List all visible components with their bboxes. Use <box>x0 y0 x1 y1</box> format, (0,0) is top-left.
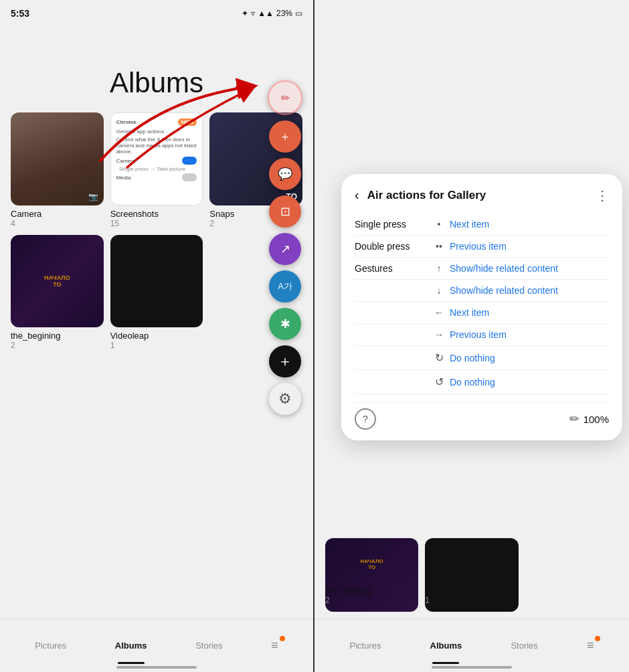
plus-icon: ＋ <box>278 351 292 371</box>
right-scroll-indicator <box>432 666 512 669</box>
air-actions-header: ‹ Air actions for Gallery ⋮ <box>355 187 609 203</box>
double-press-icon: •• <box>428 241 450 252</box>
air-actions-footer: ? ✏ 100% <box>355 402 609 430</box>
videoleap-count: 1 <box>110 341 203 350</box>
album-screenshots[interactable]: Chrome NEW General app actions Control w… <box>110 112 203 228</box>
swipe-icon: ↗ <box>280 242 290 256</box>
pictures-label: Pictures <box>35 641 66 651</box>
right-empty-label <box>525 586 618 605</box>
add-icon: ＋ <box>279 129 291 145</box>
single-press-label: Single press <box>355 219 428 230</box>
pencil-icon: ✏ <box>281 92 290 104</box>
bixby-icon: ✱ <box>280 317 290 331</box>
gear-icon: ⚙ <box>278 390 292 408</box>
begining-thumb: НАЧАЛОТО <box>11 235 104 328</box>
screenshots-name: Screenshots <box>110 209 203 219</box>
single-press-row: Single press • Next item <box>355 214 609 236</box>
single-press-value[interactable]: Next item <box>450 219 609 230</box>
nav-stories-left[interactable]: Stories <box>195 641 222 651</box>
double-press-label: Double press <box>355 241 428 252</box>
nav-albums-left[interactable]: Albums <box>115 641 147 651</box>
nav-pictures-left[interactable]: Pictures <box>35 641 66 651</box>
nav-albums-right[interactable]: Albums <box>430 641 462 651</box>
right-panel: 5:54 ✦ ▿ ▲▲ 23% ▭ Albums TO Cam... ‹ Air… <box>314 0 629 672</box>
gesture-left-row: ← Next item <box>355 302 609 324</box>
new-badge: NEW <box>178 118 197 126</box>
nav-menu-left[interactable]: ≡ <box>271 639 278 653</box>
right-stories-label: Stories <box>511 641 537 651</box>
left-status-bar: 5:53 ✦ ▿ ▲▲ 23% ▭ <box>0 0 313 27</box>
spen-bixby-btn[interactable]: ✱ <box>269 308 301 340</box>
select-icon: ⊡ <box>280 204 290 219</box>
single-press-icon: • <box>428 219 450 230</box>
begining-count: 2 <box>11 341 104 350</box>
menu-dot <box>280 636 285 641</box>
right-videoleap-count: 1 <box>425 596 518 605</box>
gesture-right-value[interactable]: Previous item <box>450 329 609 340</box>
spen-select-btn[interactable]: ⊡ <box>269 195 301 228</box>
right-videoleap-info: Videoleap 1 <box>425 586 518 605</box>
signal-icon: ✦ <box>242 9 248 18</box>
network-icon: ▲▲ <box>258 9 274 18</box>
nav-menu-right[interactable]: ≡ <box>587 639 594 653</box>
camera-thumb: 📷 <box>11 112 104 205</box>
nav-pictures-right[interactable]: Pictures <box>350 641 381 651</box>
chat-icon: 💬 <box>278 167 292 181</box>
spen-swipe-btn[interactable]: ↗ <box>269 233 301 265</box>
album-begining[interactable]: НАЧАЛОТО the_begining 2 <box>11 235 104 351</box>
spen-pencil-btn[interactable]: ✏ <box>268 80 302 115</box>
camera-count: 4 <box>11 219 104 228</box>
help-button[interactable]: ? <box>355 408 376 430</box>
air-actions-more-btn[interactable]: ⋮ <box>596 187 609 203</box>
sensitivity-control[interactable]: ✏ 100% <box>569 412 609 426</box>
right-videoleap-name: Videoleap <box>425 586 518 596</box>
gesture-rotate-ccw-icon: ↺ <box>428 375 450 388</box>
spen-add-btn[interactable]: ＋ <box>269 120 301 153</box>
album-videoleap[interactable]: Videoleap 1 <box>110 235 203 351</box>
gesture-up-icon: ↑ <box>428 263 450 274</box>
camera-overlay: 📷 <box>88 192 98 201</box>
spen-gear-btn[interactable]: ⚙ <box>269 383 301 415</box>
right-bottom-album-names: the_begining 2 Videoleap 1 <box>325 586 618 605</box>
spen-toolbar: ✏ ＋ 💬 ⊡ ↗ A가 ✱ ＋ ⚙ <box>268 80 302 415</box>
gesture-left-value[interactable]: Next item <box>450 307 609 318</box>
gesture-rotate-cw-icon: ↻ <box>428 351 450 364</box>
screenshots-count: 15 <box>110 219 203 228</box>
left-scroll-indicator <box>116 666 197 669</box>
gesture-right-row: → Previous item <box>355 324 609 346</box>
spen-plus-btn[interactable]: ＋ <box>269 345 301 377</box>
spen-translate-btn[interactable]: A가 <box>269 270 301 303</box>
media-toggle <box>182 173 197 181</box>
card-control: Control what the S Pen does in camera an… <box>116 137 197 155</box>
gesture-rotate-ccw-value[interactable]: Do nothing <box>450 377 609 388</box>
right-begining-name: the_begining <box>325 586 418 596</box>
right-begining-info: the_begining 2 <box>325 586 418 605</box>
gesture-rotate-cw-value[interactable]: Do nothing <box>450 353 609 363</box>
stories-label: Stories <box>195 641 222 651</box>
right-begining-count: 2 <box>325 596 418 605</box>
gesture-down-value[interactable]: Show/hide related content <box>450 285 609 296</box>
right-menu-icon: ≡ <box>587 639 594 653</box>
spen-chat-btn[interactable]: 💬 <box>269 158 301 190</box>
media-toggle-row: Media <box>116 173 197 181</box>
translate-icon: A가 <box>278 280 292 292</box>
sensitivity-icon: ✏ <box>569 412 579 426</box>
album-camera[interactable]: 📷 Camera 4 <box>11 112 104 228</box>
wifi-icon: ▿ <box>251 9 255 18</box>
double-press-value[interactable]: Previous item <box>450 241 609 252</box>
gesture-rotate-cw-row: ↻ Do nothing <box>355 346 609 370</box>
air-actions-back-btn[interactable]: ‹ <box>355 187 359 203</box>
help-icon: ? <box>363 414 368 424</box>
camera-toggle <box>182 157 197 165</box>
battery-icon: ▭ <box>295 9 302 18</box>
card-general: General app actions <box>116 129 197 135</box>
gesture-up-value[interactable]: Show/hide related content <box>450 263 609 274</box>
screenshots-card: Chrome NEW General app actions Control w… <box>111 113 203 205</box>
right-albums-label: Albums <box>430 641 462 651</box>
dark-art-text: НАЧАЛОТО <box>44 274 70 288</box>
gesture-down-row: ↓ Show/hide related content <box>355 280 609 302</box>
left-panel: 5:53 ✦ ▿ ▲▲ 23% ▭ Albums 📷 Camera 4 Chro… <box>0 0 314 672</box>
sensitivity-value: 100% <box>583 414 609 425</box>
double-press-row: Double press •• Previous item <box>355 236 609 258</box>
nav-stories-right[interactable]: Stories <box>511 641 537 651</box>
